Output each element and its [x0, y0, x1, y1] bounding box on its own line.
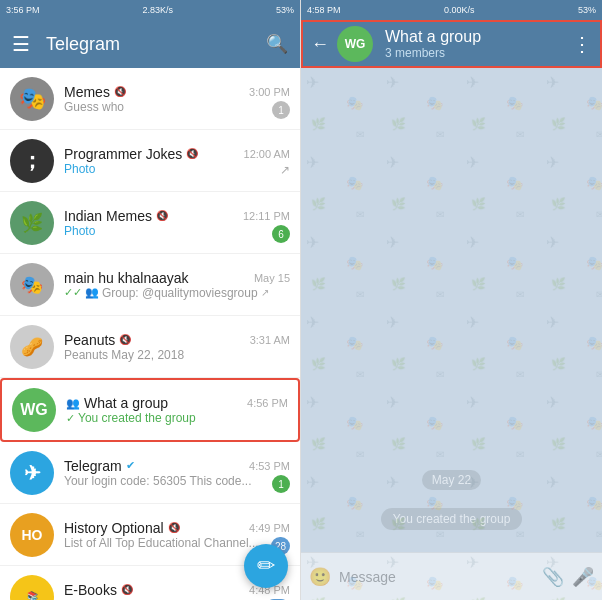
check-icon-main-hu: ✓✓ [64, 286, 82, 299]
chat-info-what-a-group: 👥 What a group 4:56 PM ✓ You created the… [66, 395, 288, 425]
avatar-indian-memes: 🌿 [10, 201, 54, 245]
group-members-header: 3 members [385, 46, 564, 60]
chat-name-what-a-group: What a group [84, 395, 168, 411]
avatar-peanuts: 🥜 [10, 325, 54, 369]
toolbar-right: ← WG What a group 3 members ⋮ [301, 20, 602, 68]
chat-header-info: What a group 3 members [385, 28, 564, 60]
chat-time-peanuts: 3:31 AM [246, 334, 290, 346]
more-options-icon[interactable]: ⋮ [572, 32, 592, 56]
avatar-memes: 🎭 [10, 77, 54, 121]
back-icon[interactable]: ← [311, 34, 329, 55]
signal-left: 2.83K/s [142, 5, 173, 15]
avatar-what-a-group: WG [12, 388, 56, 432]
chat-time-programmer-jokes: 12:00 AM [240, 148, 290, 160]
mute-icon-indian-memes: 🔇 [156, 210, 168, 221]
chat-time-indian-memes: 12:11 PM [239, 210, 290, 222]
chat-info-main-hu: main hu khalnaayak May 15 ✓✓ 👥 Group: @q… [64, 270, 290, 300]
chat-list: 🎭 Memes 🔇 3:00 PM Guess who 1 ； Programm… [0, 68, 300, 600]
badge-indian-memes: 6 [272, 225, 290, 243]
chat-item-memes[interactable]: 🎭 Memes 🔇 3:00 PM Guess who 1 [0, 68, 300, 130]
mute-icon-ebooks: 🔇 [121, 584, 133, 595]
chat-item-main-hu[interactable]: 🎭 main hu khalnaayak May 15 ✓✓ 👥 Group: … [0, 254, 300, 316]
status-bar-right: 4:58 PM 0.00K/s 53% [301, 0, 602, 20]
mute-icon-programmer-jokes: 🔇 [186, 148, 198, 159]
time-right: 4:58 PM [307, 5, 341, 15]
badge-telegram: 1 [272, 475, 290, 493]
chat-time-history-optional: 4:49 PM [245, 522, 290, 534]
chat-preview-telegram: Your login code: 56305 This code... [64, 474, 290, 488]
search-icon[interactable]: 🔍 [266, 33, 288, 55]
chat-preview-programmer-jokes: Photo [64, 162, 290, 176]
signal-right: 0.00K/s [444, 5, 475, 15]
group-icon-main-hu: 👥 [85, 286, 99, 299]
chat-time-telegram: 4:53 PM [245, 460, 290, 472]
chat-info-indian-memes: Indian Memes 🔇 12:11 PM Photo [64, 208, 290, 238]
status-bar-left: 3:56 PM 2.83K/s 53% [0, 0, 300, 20]
chat-name-ebooks: E-Books [64, 582, 117, 598]
left-panel: 3:56 PM 2.83K/s 53% ☰ Telegram 🔍 🎭 Memes… [0, 0, 301, 600]
group-name-header: What a group [385, 28, 564, 46]
toolbar-left: ☰ Telegram 🔍 [0, 20, 300, 68]
chat-time-what-a-group: 4:56 PM [243, 397, 288, 409]
mute-icon-memes: 🔇 [114, 86, 126, 97]
verified-icon-telegram: ✔ [126, 459, 135, 472]
chat-info-peanuts: Peanuts 🔇 3:31 AM Peanuts May 22, 2018 [64, 332, 290, 362]
right-panel: 4:58 PM 0.00K/s 53% ← WG What a group 3 … [301, 0, 602, 600]
badge-memes: 1 [272, 101, 290, 119]
check-icon-what-a-group: ✓ [66, 412, 75, 425]
chat-preview-peanuts: Peanuts May 22, 2018 [64, 348, 290, 362]
chat-name-peanuts: Peanuts [64, 332, 115, 348]
send-icon-programmer-jokes: ↗ [280, 163, 290, 177]
chat-name-programmer-jokes: Programmer Jokes [64, 146, 182, 162]
forward-icon-main-hu: ↗ [261, 287, 269, 298]
avatar-main-hu: 🎭 [10, 263, 54, 307]
chat-area: ✈ 🎭 🌿 ✉ May 22 You created the group 🙂 📎… [301, 68, 602, 600]
mute-icon-history-optional: 🔇 [168, 522, 180, 533]
avatar-group-header: WG [337, 26, 373, 62]
chat-name-main-hu: main hu khalnaayak [64, 270, 189, 286]
chat-item-telegram[interactable]: ✈ Telegram ✔ 4:53 PM Your login code: 56… [0, 442, 300, 504]
chat-preview-main-hu: ✓✓ 👥 Group: @qualitymoviesgroup ↗ [64, 286, 290, 300]
chat-name-history-optional: History Optional [64, 520, 164, 536]
app-title: Telegram [46, 34, 250, 55]
chat-info-memes: Memes 🔇 3:00 PM Guess who [64, 84, 290, 114]
chat-preview-memes: Guess who [64, 100, 290, 114]
chat-item-programmer-jokes[interactable]: ； Programmer Jokes 🔇 12:00 AM Photo ↗ [0, 130, 300, 192]
compose-fab[interactable]: ✏ [244, 544, 288, 588]
chat-item-peanuts[interactable]: 🥜 Peanuts 🔇 3:31 AM Peanuts May 22, 2018 [0, 316, 300, 378]
chat-name-telegram: Telegram [64, 458, 122, 474]
avatar-programmer-jokes: ； [10, 139, 54, 183]
chat-item-what-a-group[interactable]: WG 👥 What a group 4:56 PM ✓ You created … [0, 378, 300, 442]
mute-icon-peanuts: 🔇 [119, 334, 131, 345]
menu-icon[interactable]: ☰ [12, 32, 30, 56]
battery-right: 53% [578, 5, 596, 15]
avatar-ebooks: 📚 [10, 575, 54, 601]
time-left: 3:56 PM [6, 5, 40, 15]
chat-item-indian-memes[interactable]: 🌿 Indian Memes 🔇 12:11 PM Photo 6 [0, 192, 300, 254]
chat-name-indian-memes: Indian Memes [64, 208, 152, 224]
battery-left: 53% [276, 5, 294, 15]
chat-time-memes: 3:00 PM [245, 86, 290, 98]
chat-info-programmer-jokes: Programmer Jokes 🔇 12:00 AM Photo [64, 146, 290, 176]
chat-info-telegram: Telegram ✔ 4:53 PM Your login code: 5630… [64, 458, 290, 488]
svg-rect-4 [301, 68, 602, 600]
chat-name-memes: Memes [64, 84, 110, 100]
chat-time-main-hu: May 15 [250, 272, 290, 284]
group-icon-what-a-group: 👥 [66, 397, 80, 410]
chat-preview-indian-memes: Photo [64, 224, 290, 238]
avatar-history-optional: HO [10, 513, 54, 557]
chat-preview-what-a-group: ✓ You created the group [66, 411, 288, 425]
avatar-telegram: ✈ [10, 451, 54, 495]
